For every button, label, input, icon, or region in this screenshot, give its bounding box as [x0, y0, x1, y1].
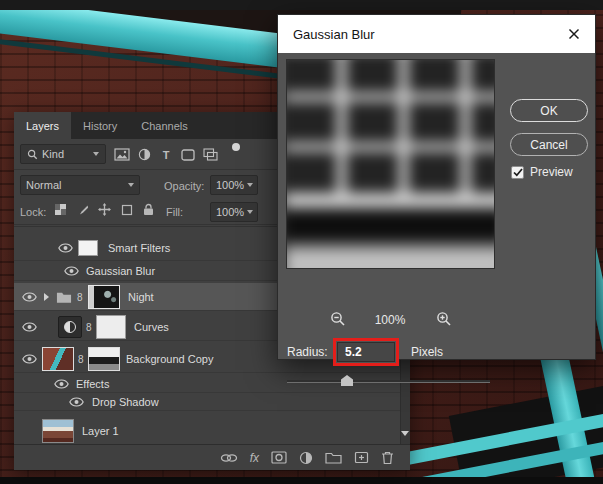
- layer-1-thumbnail[interactable]: [42, 419, 74, 443]
- new-layer-icon[interactable]: [354, 451, 369, 464]
- filter-kind-select[interactable]: Kind: [20, 144, 106, 164]
- tab-history[interactable]: History: [71, 112, 129, 139]
- fill-label: Fill:: [166, 206, 183, 218]
- add-layer-mask-icon[interactable]: [271, 451, 287, 464]
- cancel-button[interactable]: Cancel: [510, 133, 588, 156]
- filter-shape-layers-icon[interactable]: [178, 146, 198, 163]
- delete-layer-trash-icon[interactable]: [381, 451, 394, 465]
- filter-toggle-icon[interactable]: [232, 143, 240, 151]
- lock-label: Lock:: [20, 206, 46, 218]
- layer-name: Layer 1: [82, 425, 119, 437]
- fill-value: 100%: [216, 206, 244, 218]
- curves-adjustment-icon[interactable]: [58, 316, 82, 338]
- visibility-eye-icon[interactable]: [54, 379, 69, 389]
- new-adjustment-layer-icon[interactable]: [299, 451, 313, 465]
- group-expand-icon[interactable]: [44, 293, 49, 301]
- layer-name: Night: [128, 291, 154, 303]
- background-copy-mask-thumbnail[interactable]: [88, 347, 120, 371]
- radius-unit: Pixels: [411, 345, 443, 359]
- background-copy-thumbnail[interactable]: [42, 347, 74, 371]
- lock-icons-group: [54, 203, 155, 216]
- radius-slider[interactable]: [287, 373, 490, 389]
- chevron-down-icon: [128, 183, 134, 187]
- layer-name: Background Copy: [126, 353, 213, 365]
- visibility-eye-icon[interactable]: [22, 292, 37, 302]
- group-folder-icon: [56, 290, 72, 303]
- layer-name: Drop Shadow: [92, 396, 159, 408]
- ok-button[interactable]: OK: [510, 99, 588, 122]
- gaussian-blur-dialog: Gaussian Blur OK Cancel Preview 1: [277, 14, 596, 360]
- opacity-value: 100%: [216, 179, 244, 191]
- visibility-eye-icon[interactable]: [64, 266, 79, 276]
- slider-thumb[interactable]: [341, 375, 353, 386]
- visibility-eye-icon[interactable]: [58, 243, 73, 253]
- photoshop-window: Layers History Channels Kind T: [0, 0, 603, 484]
- blend-mode-select[interactable]: Normal: [20, 175, 140, 195]
- layer-name: Gaussian Blur: [86, 265, 155, 277]
- layer-name: Smart Filters: [108, 242, 170, 254]
- radius-input[interactable]: [337, 342, 395, 362]
- panel-bottom-toolbar: fx: [14, 444, 410, 470]
- curves-mask-thumbnail[interactable]: [96, 315, 126, 339]
- preview-checkbox[interactable]: Preview: [511, 165, 573, 179]
- fill-select[interactable]: 100%: [210, 202, 258, 222]
- tab-channels[interactable]: Channels: [129, 112, 199, 139]
- filter-adjustment-layers-icon[interactable]: [134, 146, 154, 163]
- radius-label: Radius:: [287, 345, 328, 359]
- visibility-eye-icon[interactable]: [22, 354, 37, 364]
- blur-preview-image: [286, 59, 495, 269]
- blend-mode-value: Normal: [26, 179, 61, 191]
- smart-filters-thumbnail[interactable]: [78, 240, 98, 256]
- slider-track[interactable]: [287, 380, 490, 383]
- zoom-level: 100%: [356, 313, 424, 327]
- radius-annotation-highlight: [333, 338, 399, 366]
- dialog-title-bar[interactable]: Gaussian Blur: [278, 15, 595, 53]
- dialog-body: OK Cancel Preview 100% Radius:: [278, 53, 595, 359]
- checkbox-checked-icon[interactable]: [511, 166, 524, 179]
- preview-label: Preview: [530, 165, 573, 179]
- filter-pixel-layers-icon[interactable]: [112, 146, 132, 163]
- layer-name: Effects: [76, 378, 109, 390]
- zoom-controls: 100%: [278, 311, 495, 329]
- link-layers-icon[interactable]: [220, 453, 238, 463]
- mask-link-icon[interactable]: 8: [77, 291, 83, 302]
- scroll-down-icon[interactable]: [401, 431, 409, 436]
- zoom-in-icon[interactable]: [436, 311, 452, 327]
- radius-row: Radius: Pixels: [278, 337, 595, 367]
- layer-row-layer-1[interactable]: Layer 1: [14, 417, 400, 445]
- visibility-eye-icon[interactable]: [69, 397, 84, 407]
- zoom-out-icon[interactable]: [330, 311, 346, 327]
- filter-type-layers-icon[interactable]: T: [156, 146, 176, 163]
- app-top-bar: [0, 0, 603, 10]
- chevron-down-icon: [247, 183, 253, 187]
- app-bottom-bar: [0, 477, 603, 484]
- layer-name: Curves: [134, 321, 169, 333]
- search-icon: [27, 149, 38, 160]
- close-icon[interactable]: [568, 28, 580, 40]
- visibility-eye-icon[interactable]: [22, 322, 37, 332]
- lock-all-icon[interactable]: [142, 203, 155, 216]
- filter-kind-label: Kind: [42, 148, 64, 160]
- lock-position-icon[interactable]: [98, 203, 111, 216]
- new-group-folder-icon[interactable]: [325, 451, 342, 464]
- chevron-down-icon: [247, 210, 253, 214]
- lock-artboard-icon[interactable]: [120, 203, 133, 216]
- opacity-select[interactable]: 100%: [210, 175, 258, 195]
- lock-transparency-icon[interactable]: [54, 203, 67, 216]
- mask-link-icon[interactable]: 8: [86, 321, 92, 332]
- night-thumbnail[interactable]: [88, 285, 120, 309]
- chevron-down-icon: [93, 152, 99, 156]
- opacity-label: Opacity:: [164, 180, 204, 192]
- tab-layers[interactable]: Layers: [14, 112, 71, 139]
- mask-link-icon[interactable]: 8: [78, 353, 84, 364]
- lock-pixels-brush-icon[interactable]: [76, 203, 89, 216]
- layer-row-drop-shadow[interactable]: Drop Shadow: [14, 393, 400, 411]
- dialog-title: Gaussian Blur: [293, 27, 375, 42]
- blur-preview[interactable]: [286, 59, 495, 269]
- filter-smart-objects-icon[interactable]: [200, 146, 220, 163]
